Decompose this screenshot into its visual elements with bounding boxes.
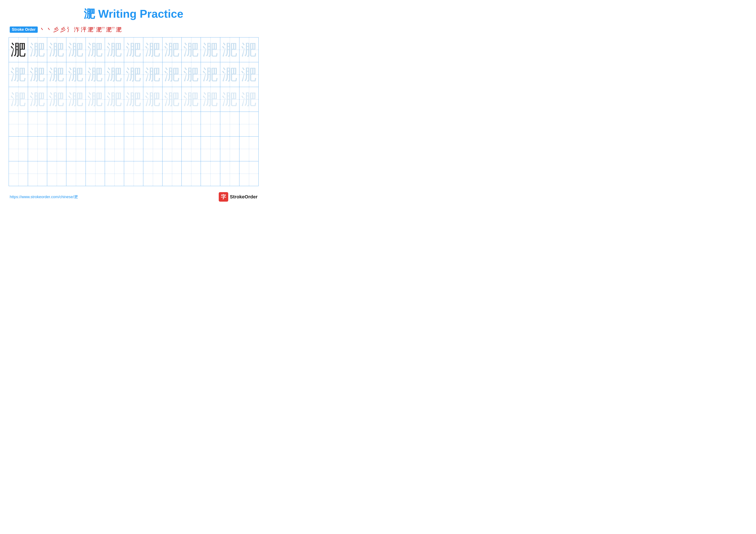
- cell-r1-c3[interactable]: 淝: [47, 38, 67, 62]
- cell-r5-c8[interactable]: [143, 137, 162, 161]
- practice-row-6: [9, 161, 258, 186]
- cell-r4-c7[interactable]: [124, 112, 143, 137]
- cell-r2-c9[interactable]: 淝: [162, 62, 182, 87]
- cell-r5-c11[interactable]: [201, 137, 220, 161]
- cell-r4-c13[interactable]: [239, 112, 258, 137]
- cell-r1-c5[interactable]: 淝: [86, 38, 105, 62]
- cell-r5-c7[interactable]: [124, 137, 143, 161]
- cell-r3-c8[interactable]: 淝: [143, 87, 162, 112]
- practice-row-3: 淝 淝 淝 淝 淝 淝 淝 淝 淝 淝 淝 淝 淝: [9, 87, 258, 112]
- cell-r2-c7[interactable]: 淝: [124, 62, 143, 87]
- cell-r1-c10[interactable]: 淝: [182, 38, 201, 62]
- cell-r1-c8[interactable]: 淝: [143, 38, 162, 62]
- practice-row-2: 淝 淝 淝 淝 淝 淝 淝 淝 淝 淝 淝 淝 淝: [9, 62, 258, 87]
- cell-r3-c5[interactable]: 淝: [86, 87, 105, 112]
- cell-r1-c4[interactable]: 淝: [67, 38, 86, 62]
- cell-r4-c11[interactable]: [201, 112, 220, 137]
- cell-r3-c7[interactable]: 淝: [124, 87, 143, 112]
- cell-r1-c9[interactable]: 淝: [162, 38, 182, 62]
- cell-r2-c1[interactable]: 淝: [9, 62, 28, 87]
- stroke-step-8: 淝7: [88, 26, 95, 33]
- cell-r3-c3[interactable]: 淝: [47, 87, 67, 112]
- strokeorder-logo-icon: 字: [219, 192, 228, 202]
- footer: https://www.strokeorder.com/chinese/淝 字 …: [9, 192, 258, 202]
- practice-row-4: [9, 112, 258, 137]
- cell-r5-c2[interactable]: [28, 137, 47, 161]
- cell-r3-c12[interactable]: 淝: [220, 87, 239, 112]
- cell-r3-c10[interactable]: 淝: [182, 87, 201, 112]
- footer-url: https://www.strokeorder.com/chinese/淝: [10, 194, 78, 199]
- cell-r3-c9[interactable]: 淝: [162, 87, 182, 112]
- cell-r3-c4[interactable]: 淝: [67, 87, 86, 112]
- cell-r6-c6[interactable]: [105, 161, 124, 186]
- cell-r4-c4[interactable]: [67, 112, 86, 137]
- cell-r4-c12[interactable]: [220, 112, 239, 137]
- cell-r6-c1[interactable]: [9, 161, 28, 186]
- stroke-step-7: 泙: [81, 26, 86, 33]
- stroke-step-5: 氵: [67, 26, 73, 33]
- cell-r4-c10[interactable]: [182, 112, 201, 137]
- stroke-order-badge: Stroke Order: [10, 27, 38, 33]
- cell-r3-c2[interactable]: 淝: [28, 87, 47, 112]
- cell-r2-c3[interactable]: 淝: [47, 62, 67, 87]
- cell-r4-c6[interactable]: [105, 112, 124, 137]
- stroke-step-2: 丶: [46, 26, 52, 33]
- cell-r4-c8[interactable]: [143, 112, 162, 137]
- cell-r3-c1[interactable]: 淝: [9, 87, 28, 112]
- cell-r1-c1[interactable]: 淝: [9, 38, 28, 62]
- cell-r6-c4[interactable]: [67, 161, 86, 186]
- cell-r6-c7[interactable]: [124, 161, 143, 186]
- cell-r6-c13[interactable]: [239, 161, 258, 186]
- cell-r6-c3[interactable]: [47, 161, 67, 186]
- cell-r6-c9[interactable]: [162, 161, 182, 186]
- strokeorder-logo-text: StrokeOrder: [230, 194, 257, 200]
- stroke-step-6: 泎: [74, 26, 80, 33]
- cell-r6-c11[interactable]: [201, 161, 220, 186]
- cell-r4-c1[interactable]: [9, 112, 28, 137]
- practice-row-5: [9, 137, 258, 161]
- practice-grid: 淝 淝 淝 淝 淝 淝 淝 淝 淝 淝 淝 淝 淝 淝 淝 淝 淝 淝 淝 淝 …: [9, 37, 258, 186]
- cell-r1-c12[interactable]: 淝: [220, 38, 239, 62]
- cell-r6-c10[interactable]: [182, 161, 201, 186]
- cell-r6-c8[interactable]: [143, 161, 162, 186]
- stroke-step-10: 淝77: [106, 26, 115, 33]
- cell-r1-c6[interactable]: 淝: [105, 38, 124, 62]
- cell-r2-c12[interactable]: 淝: [220, 62, 239, 87]
- cell-r1-c13[interactable]: 淝: [239, 38, 258, 62]
- cell-r5-c5[interactable]: [86, 137, 105, 161]
- stroke-steps: 丶 丶 彡 彡 氵 泎 泙 淝7 淝77 淝77 淝: [40, 26, 122, 33]
- cell-r5-c6[interactable]: [105, 137, 124, 161]
- cell-r4-c2[interactable]: [28, 112, 47, 137]
- cell-r3-c11[interactable]: 淝: [201, 87, 220, 112]
- cell-r2-c11[interactable]: 淝: [201, 62, 220, 87]
- cell-r2-c4[interactable]: 淝: [67, 62, 86, 87]
- stroke-step-4: 彡: [60, 26, 66, 33]
- stroke-step-11: 淝: [116, 26, 122, 33]
- cell-r2-c5[interactable]: 淝: [86, 62, 105, 87]
- cell-r4-c5[interactable]: [86, 112, 105, 137]
- cell-r2-c8[interactable]: 淝: [143, 62, 162, 87]
- cell-r1-c11[interactable]: 淝: [201, 38, 220, 62]
- cell-r5-c10[interactable]: [182, 137, 201, 161]
- cell-r2-c10[interactable]: 淝: [182, 62, 201, 87]
- cell-r5-c3[interactable]: [47, 137, 67, 161]
- cell-r4-c3[interactable]: [47, 112, 67, 137]
- cell-r6-c12[interactable]: [220, 161, 239, 186]
- page-title: 淝 Writing Practice: [9, 7, 258, 21]
- cell-r5-c9[interactable]: [162, 137, 182, 161]
- cell-r5-c4[interactable]: [67, 137, 86, 161]
- cell-r5-c1[interactable]: [9, 137, 28, 161]
- cell-r4-c9[interactable]: [162, 112, 182, 137]
- cell-r3-c13[interactable]: 淝: [239, 87, 258, 112]
- cell-r1-c2[interactable]: 淝: [28, 38, 47, 62]
- cell-r1-c7[interactable]: 淝: [124, 38, 143, 62]
- cell-r6-c5[interactable]: [86, 161, 105, 186]
- stroke-step-1: 丶: [40, 26, 45, 33]
- cell-r2-c2[interactable]: 淝: [28, 62, 47, 87]
- cell-r2-c13[interactable]: 淝: [239, 62, 258, 87]
- cell-r3-c6[interactable]: 淝: [105, 87, 124, 112]
- cell-r6-c2[interactable]: [28, 161, 47, 186]
- cell-r2-c6[interactable]: 淝: [105, 62, 124, 87]
- cell-r5-c13[interactable]: [239, 137, 258, 161]
- cell-r5-c12[interactable]: [220, 137, 239, 161]
